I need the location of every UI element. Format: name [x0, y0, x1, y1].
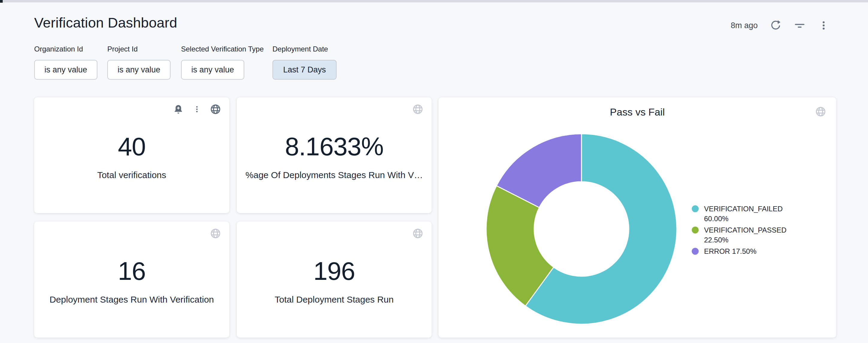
- legend-dot: [692, 227, 699, 234]
- filter-label: Organization Id: [34, 45, 97, 53]
- legend-label: ERROR 17.50%: [704, 246, 756, 256]
- filter-label: Project Id: [107, 45, 170, 53]
- tile-value: 196: [313, 258, 355, 284]
- filter-value-organization-id[interactable]: is any value: [34, 60, 97, 80]
- refresh-icon[interactable]: [770, 20, 782, 31]
- donut-chart[interactable]: [483, 130, 680, 328]
- tile-label: Deployment Stages Run With Verification: [50, 295, 214, 305]
- tile-body: 40 Total verifications: [34, 99, 229, 215]
- filter-label: Deployment Date: [273, 45, 337, 53]
- tile-total-verifications: 40 Total verifications: [34, 97, 229, 213]
- tile-label: Total Deployment Stages Run: [275, 295, 394, 305]
- tile-value: 8.1633%: [285, 134, 384, 159]
- filter-icon[interactable]: [794, 20, 806, 31]
- tile-label: Total verifications: [97, 170, 166, 180]
- filter-label: Selected Verification Type: [181, 45, 264, 53]
- filter-project-id: Project Id is any value: [107, 45, 170, 80]
- legend-item-verification_passed[interactable]: VERIFICATION_PASSED 22.50%: [692, 225, 800, 245]
- filter-value-project-id[interactable]: is any value: [107, 60, 170, 80]
- tile-total-deployment-stages-run: 196 Total Deployment Stages Run: [237, 221, 432, 338]
- legend-label: VERIFICATION_FAILED 60.00%: [704, 204, 794, 224]
- tile-percent-stages-with-verification: 8.1633% %age Of Deployments Stages Run W…: [237, 97, 432, 213]
- legend-item-verification_failed[interactable]: VERIFICATION_FAILED 60.00%: [692, 204, 800, 224]
- legend-label: VERIFICATION_PASSED 22.50%: [704, 225, 794, 245]
- legend-dot: [692, 248, 699, 255]
- filter-deployment-date: Deployment Date Last 7 Days: [273, 45, 337, 80]
- filter-value-selected-verification-type[interactable]: is any value: [181, 60, 244, 80]
- page-title: Verification Dashboard: [34, 14, 177, 31]
- pass-vs-fail-card: Pass vs Fail VERIFICATION_FAILED 60.00%V…: [438, 97, 836, 338]
- tile-body: 196 Total Deployment Stages Run: [237, 223, 432, 339]
- filter-selected-verification-type: Selected Verification Type is any value: [181, 45, 264, 80]
- chart-legend: VERIFICATION_FAILED 60.00%VERIFICATION_P…: [692, 204, 800, 258]
- tile-body: 16 Deployment Stages Run With Verificati…: [34, 223, 229, 339]
- tile-toolbar: [815, 106, 826, 117]
- tile-value: 16: [118, 258, 146, 284]
- tile-value: 40: [118, 134, 146, 159]
- legend-dot: [692, 205, 699, 212]
- globe-icon: [815, 106, 826, 117]
- chart-title: Pass vs Fail: [438, 106, 836, 118]
- filter-organization-id: Organization Id is any value: [34, 45, 97, 80]
- more-menu-icon[interactable]: [818, 20, 830, 31]
- window-top-strip: [0, 0, 868, 2]
- header-actions: 8m ago: [731, 18, 830, 34]
- filter-value-deployment-date[interactable]: Last 7 Days: [273, 60, 337, 80]
- tile-label: %age Of Deployments Stages Run With V…: [246, 170, 423, 180]
- last-refreshed-label: 8m ago: [731, 21, 758, 30]
- tile-stages-run-with-verification: 16 Deployment Stages Run With Verificati…: [34, 221, 229, 338]
- tile-body: 8.1633% %age Of Deployments Stages Run W…: [237, 99, 432, 215]
- window-top-corner: [0, 0, 3, 3]
- legend-item-error[interactable]: ERROR 17.50%: [692, 246, 800, 256]
